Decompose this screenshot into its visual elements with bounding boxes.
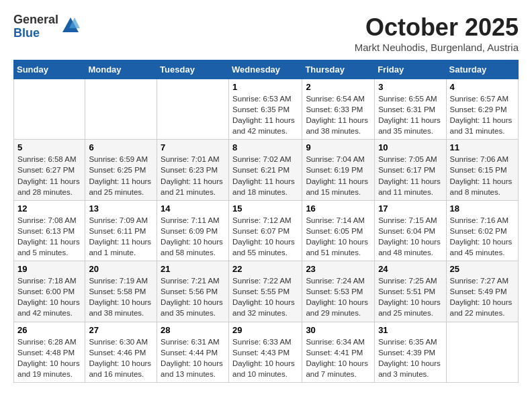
day-number: 31 (378, 325, 442, 335)
day-info: Sunrise: 6:31 AM Sunset: 4:44 PM Dayligh… (161, 336, 225, 379)
calendar-cell: 12Sunrise: 7:08 AM Sunset: 6:13 PM Dayli… (14, 200, 85, 261)
day-info: Sunrise: 6:28 AM Sunset: 4:48 PM Dayligh… (17, 336, 81, 379)
day-number: 29 (232, 325, 298, 335)
day-number: 14 (161, 203, 225, 214)
day-number: 6 (89, 142, 153, 152)
calendar-cell: 22Sunrise: 7:22 AM Sunset: 5:55 PM Dayli… (229, 261, 302, 322)
weekday-header-row: Sunday Monday Tuesday Wednesday Thursday… (14, 60, 519, 79)
calendar-cell: 29Sunrise: 6:33 AM Sunset: 4:43 PM Dayli… (229, 322, 302, 382)
day-number: 13 (89, 203, 153, 214)
calendar-cell: 9Sunrise: 7:04 AM Sunset: 6:19 PM Daylig… (302, 140, 375, 200)
day-number: 23 (306, 264, 371, 274)
day-info: Sunrise: 7:19 AM Sunset: 5:58 PM Dayligh… (89, 275, 153, 318)
logo: General Blue (13, 13, 80, 40)
header-thursday: Thursday (302, 60, 375, 79)
month-title: October 2025 (355, 13, 519, 42)
day-number: 24 (378, 264, 442, 274)
calendar-week-row: 5Sunrise: 6:58 AM Sunset: 6:27 PM Daylig… (14, 140, 519, 200)
day-info: Sunrise: 7:06 AM Sunset: 6:15 PM Dayligh… (450, 154, 515, 197)
day-info: Sunrise: 6:54 AM Sunset: 6:33 PM Dayligh… (306, 93, 371, 136)
calendar-cell: 2Sunrise: 6:54 AM Sunset: 6:33 PM Daylig… (302, 79, 375, 140)
calendar-cell: 30Sunrise: 6:34 AM Sunset: 4:41 PM Dayli… (302, 322, 375, 382)
day-number: 2 (306, 82, 371, 92)
calendar-cell: 1Sunrise: 6:53 AM Sunset: 6:35 PM Daylig… (229, 79, 302, 140)
day-number: 11 (450, 142, 515, 152)
header-monday: Monday (85, 60, 157, 79)
calendar-cell: 4Sunrise: 6:57 AM Sunset: 6:29 PM Daylig… (446, 79, 518, 140)
calendar-cell: 15Sunrise: 7:12 AM Sunset: 6:07 PM Dayli… (229, 200, 302, 261)
day-info: Sunrise: 7:04 AM Sunset: 6:19 PM Dayligh… (306, 154, 371, 197)
logo-general: General (13, 13, 58, 27)
day-info: Sunrise: 6:58 AM Sunset: 6:27 PM Dayligh… (17, 154, 81, 197)
day-info: Sunrise: 7:22 AM Sunset: 5:55 PM Dayligh… (232, 275, 298, 318)
day-number: 25 (450, 264, 515, 274)
calendar-cell: 3Sunrise: 6:55 AM Sunset: 6:31 PM Daylig… (375, 79, 446, 140)
logo-icon (61, 16, 80, 35)
day-number: 3 (378, 82, 442, 92)
day-number: 16 (306, 203, 371, 214)
day-info: Sunrise: 7:27 AM Sunset: 5:49 PM Dayligh… (450, 275, 515, 318)
day-info: Sunrise: 6:53 AM Sunset: 6:35 PM Dayligh… (232, 93, 298, 136)
day-number: 21 (161, 264, 225, 274)
location: Markt Neuhodis, Burgenland, Austria (355, 42, 519, 53)
calendar-cell: 5Sunrise: 6:58 AM Sunset: 6:27 PM Daylig… (14, 140, 85, 200)
day-info: Sunrise: 6:57 AM Sunset: 6:29 PM Dayligh… (450, 93, 515, 136)
day-number: 19 (17, 264, 81, 274)
logo-blue: Blue (13, 27, 58, 40)
day-number: 10 (378, 142, 442, 152)
calendar-cell: 13Sunrise: 7:09 AM Sunset: 6:11 PM Dayli… (85, 200, 157, 261)
day-number: 8 (232, 142, 298, 152)
calendar-cell: 10Sunrise: 7:05 AM Sunset: 6:17 PM Dayli… (375, 140, 446, 200)
day-number: 9 (306, 142, 371, 152)
day-number: 15 (232, 203, 298, 214)
day-number: 30 (306, 325, 371, 335)
logo-text: General Blue (13, 13, 58, 40)
header-sunday: Sunday (14, 60, 85, 79)
day-number: 5 (17, 142, 81, 152)
calendar-cell: 23Sunrise: 7:24 AM Sunset: 5:53 PM Dayli… (302, 261, 375, 322)
day-info: Sunrise: 6:33 AM Sunset: 4:43 PM Dayligh… (232, 336, 298, 379)
day-number: 27 (89, 325, 153, 335)
day-info: Sunrise: 7:16 AM Sunset: 6:02 PM Dayligh… (450, 215, 515, 258)
calendar-cell: 7Sunrise: 7:01 AM Sunset: 6:23 PM Daylig… (157, 140, 229, 200)
calendar-week-row: 1Sunrise: 6:53 AM Sunset: 6:35 PM Daylig… (14, 79, 519, 140)
title-block: October 2025 Markt Neuhodis, Burgenland,… (355, 13, 519, 53)
day-info: Sunrise: 7:08 AM Sunset: 6:13 PM Dayligh… (17, 215, 81, 258)
calendar-cell: 27Sunrise: 6:30 AM Sunset: 4:46 PM Dayli… (85, 322, 157, 382)
day-info: Sunrise: 7:05 AM Sunset: 6:17 PM Dayligh… (378, 154, 442, 197)
calendar-week-row: 12Sunrise: 7:08 AM Sunset: 6:13 PM Dayli… (14, 200, 519, 261)
header-tuesday: Tuesday (157, 60, 229, 79)
calendar-cell: 6Sunrise: 6:59 AM Sunset: 6:25 PM Daylig… (85, 140, 157, 200)
day-info: Sunrise: 7:24 AM Sunset: 5:53 PM Dayligh… (306, 275, 371, 318)
day-info: Sunrise: 7:15 AM Sunset: 6:04 PM Dayligh… (378, 215, 442, 258)
calendar-table: Sunday Monday Tuesday Wednesday Thursday… (13, 60, 519, 383)
calendar-cell: 18Sunrise: 7:16 AM Sunset: 6:02 PM Dayli… (446, 200, 518, 261)
day-info: Sunrise: 7:21 AM Sunset: 5:56 PM Dayligh… (161, 275, 225, 318)
day-info: Sunrise: 7:09 AM Sunset: 6:11 PM Dayligh… (89, 215, 153, 258)
day-info: Sunrise: 7:12 AM Sunset: 6:07 PM Dayligh… (232, 215, 298, 258)
day-number: 28 (161, 325, 225, 335)
calendar-cell: 20Sunrise: 7:19 AM Sunset: 5:58 PM Dayli… (85, 261, 157, 322)
calendar-cell (85, 79, 157, 140)
calendar-cell: 26Sunrise: 6:28 AM Sunset: 4:48 PM Dayli… (14, 322, 85, 382)
day-number: 12 (17, 203, 81, 214)
calendar-cell (157, 79, 229, 140)
calendar-cell: 14Sunrise: 7:11 AM Sunset: 6:09 PM Dayli… (157, 200, 229, 261)
day-number: 1 (232, 82, 298, 92)
day-info: Sunrise: 7:14 AM Sunset: 6:05 PM Dayligh… (306, 215, 371, 258)
page-header: General Blue October 2025 Markt Neuhodis… (13, 13, 519, 53)
calendar-cell: 8Sunrise: 7:02 AM Sunset: 6:21 PM Daylig… (229, 140, 302, 200)
calendar-cell (14, 79, 85, 140)
day-number: 22 (232, 264, 298, 274)
header-friday: Friday (375, 60, 446, 79)
day-info: Sunrise: 7:18 AM Sunset: 6:00 PM Dayligh… (17, 275, 81, 318)
calendar-cell: 21Sunrise: 7:21 AM Sunset: 5:56 PM Dayli… (157, 261, 229, 322)
day-number: 26 (17, 325, 81, 335)
calendar-cell: 11Sunrise: 7:06 AM Sunset: 6:15 PM Dayli… (446, 140, 518, 200)
calendar-cell: 16Sunrise: 7:14 AM Sunset: 6:05 PM Dayli… (302, 200, 375, 261)
day-number: 20 (89, 264, 153, 274)
calendar-cell: 24Sunrise: 7:25 AM Sunset: 5:51 PM Dayli… (375, 261, 446, 322)
header-saturday: Saturday (446, 60, 518, 79)
header-wednesday: Wednesday (229, 60, 302, 79)
day-info: Sunrise: 6:59 AM Sunset: 6:25 PM Dayligh… (89, 154, 153, 197)
